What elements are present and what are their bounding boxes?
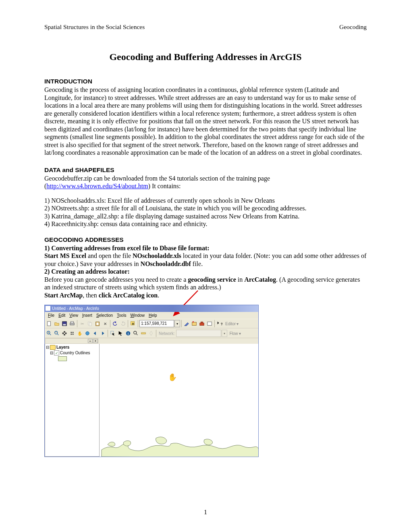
editor-dropdown[interactable]: Editor▾ — [224, 322, 240, 326]
toc-layers-node[interactable]: ⊟ Layers — [46, 345, 98, 350]
svg-rect-30 — [71, 334, 72, 335]
svg-rect-25 — [62, 333, 64, 335]
paste-icon[interactable] — [94, 320, 101, 327]
toc-header: ‒ × — [45, 338, 98, 344]
step2-mid: in — [236, 276, 244, 283]
editor-label: Editor — [225, 322, 236, 326]
svg-rect-15 — [201, 322, 203, 323]
toc-country-label: Country Outlines — [60, 350, 90, 356]
identify-icon[interactable]: i — [125, 330, 132, 337]
scale-input[interactable]: 1:157,598,721 — [139, 320, 174, 327]
command-line-icon[interactable] — [206, 320, 213, 327]
fixed-zoom-out-icon[interactable] — [68, 330, 76, 337]
pan-cursor-icon: ✋ — [168, 373, 177, 382]
network-dropdown[interactable] — [176, 330, 221, 337]
toc-country-node[interactable]: ⊟ ✓ Country Outlines — [46, 350, 98, 356]
next-extent-icon[interactable] — [99, 330, 106, 337]
page-number: 1 — [204, 509, 207, 516]
arcmap-titlebar[interactable]: Untitled - ArcMap - ArcInfo — [45, 305, 258, 312]
arcmap-window: Untitled - ArcMap - ArcInfo File Edit Vi… — [44, 305, 259, 457]
pan-icon[interactable]: ✋ — [76, 330, 83, 337]
s4-link[interactable]: http://www.s4.brown.edu/S4/about.htm — [46, 183, 148, 189]
add-data-icon[interactable]: + — [129, 320, 137, 327]
svg-rect-12 — [192, 322, 197, 326]
hyperlink-icon[interactable] — [147, 330, 155, 337]
menu-insert[interactable]: Insert — [81, 313, 94, 318]
measure-icon[interactable] — [140, 330, 147, 337]
new-icon[interactable] — [46, 320, 53, 327]
svg-rect-1 — [48, 322, 51, 326]
step1-b3: NOschooladdr.dbf — [141, 260, 191, 267]
arccatalog-icon[interactable] — [191, 320, 198, 327]
svg-rect-38 — [141, 333, 146, 335]
toc-layers-label: Layers — [56, 345, 69, 350]
toc-close-icon[interactable]: × — [93, 339, 98, 343]
scale-dropdown[interactable]: ▾ — [174, 320, 180, 327]
svg-point-36 — [134, 331, 137, 334]
arctoolbox-icon[interactable] — [198, 320, 206, 327]
data-list: 1) NOSchoolsaddrs.xls: Excel file of add… — [44, 197, 367, 228]
menu-window[interactable]: Window — [129, 313, 146, 318]
menu-tools[interactable]: Tools — [115, 313, 128, 318]
svg-rect-28 — [71, 332, 72, 333]
menu-view[interactable]: View — [68, 313, 80, 318]
redo-icon[interactable] — [119, 320, 127, 327]
network-label: Network: — [158, 331, 176, 336]
delete-icon[interactable]: ✕ — [102, 320, 109, 327]
network-dropdown-arrow[interactable]: ▾ — [222, 330, 227, 337]
data-item-2: 2) NOstreets.shp: a street file for all … — [44, 204, 367, 212]
toc-pin-icon[interactable]: ‒ — [88, 339, 93, 343]
svg-rect-24 — [64, 331, 65, 333]
prev-extent-icon[interactable] — [91, 330, 99, 337]
print-icon[interactable] — [68, 320, 76, 327]
svg-rect-27 — [64, 334, 65, 336]
svg-rect-29 — [73, 332, 74, 333]
save-icon[interactable] — [61, 320, 68, 327]
layer-checkbox[interactable]: ✓ — [54, 350, 59, 355]
menu-selection[interactable]: Selection — [95, 313, 114, 318]
zoom-in-icon[interactable]: + — [46, 330, 53, 337]
data-item-3: 3) Katrina_damage_all2.shp: a file displ… — [44, 212, 367, 220]
menubar: File Edit View Insert Selection Tools Wi… — [45, 312, 258, 319]
intro-heading: INTRODUCTION — [44, 78, 367, 85]
find-icon[interactable] — [132, 330, 139, 337]
menu-file[interactable]: File — [46, 313, 56, 318]
svg-text:+: + — [48, 331, 49, 334]
step3-t2: . — [158, 292, 159, 299]
svg-line-19 — [50, 334, 51, 335]
header-right: Geocoding — [339, 23, 367, 31]
select-features-icon[interactable] — [109, 330, 116, 337]
intro-body: Geocoding is the process of assigning lo… — [44, 86, 367, 157]
svg-line-22 — [57, 334, 59, 335]
step2-b1: geocoding service — [188, 276, 236, 283]
full-extent-icon[interactable] — [84, 330, 91, 337]
menu-help[interactable]: Help — [147, 313, 159, 318]
map-view[interactable]: ✋ — [100, 344, 258, 457]
toc-panel[interactable]: ⊟ Layers ⊟ ✓ Country Outlines — [45, 344, 100, 457]
step2-pre: Before you can geocode addresses you nee… — [44, 276, 188, 283]
menu-edit[interactable]: Edit — [57, 313, 67, 318]
step1-t1: and open the file — [86, 252, 133, 259]
data-item-4: 4) Raceethnicity.shp: census data contai… — [44, 220, 367, 228]
zoom-out-icon[interactable]: − — [53, 330, 60, 337]
flow-dropdown[interactable]: Flow▾ — [228, 331, 242, 336]
layer-swatch[interactable] — [58, 356, 67, 361]
svg-rect-5 — [71, 322, 74, 323]
header-left: Spatial Structures in the Social Science… — [44, 23, 145, 31]
copy-icon[interactable] — [86, 320, 93, 327]
editor-toolbar-icon[interactable] — [183, 320, 190, 327]
select-elements-icon[interactable] — [117, 330, 124, 337]
data-intro: Geocodebuffer.zip can be downloaded from… — [44, 175, 367, 190]
flow-label: Flow — [229, 331, 238, 336]
cut-icon[interactable]: ✂ — [79, 320, 86, 327]
open-icon[interactable] — [53, 320, 60, 327]
undo-icon[interactable] — [112, 320, 119, 327]
whats-this-icon[interactable]: ? — [216, 320, 223, 327]
step2-title: 2) Creating an address locator: — [44, 268, 130, 275]
fixed-zoom-in-icon[interactable] — [61, 330, 68, 337]
data-intro-post: ) It contains: — [148, 183, 181, 189]
step-1: 1) Converting addresses from excel file … — [44, 244, 367, 268]
step1-b1: Start MS Excel — [44, 252, 86, 259]
world-map — [100, 428, 258, 457]
geocoding-heading: GEOCODING ADDRESSES — [44, 236, 367, 243]
